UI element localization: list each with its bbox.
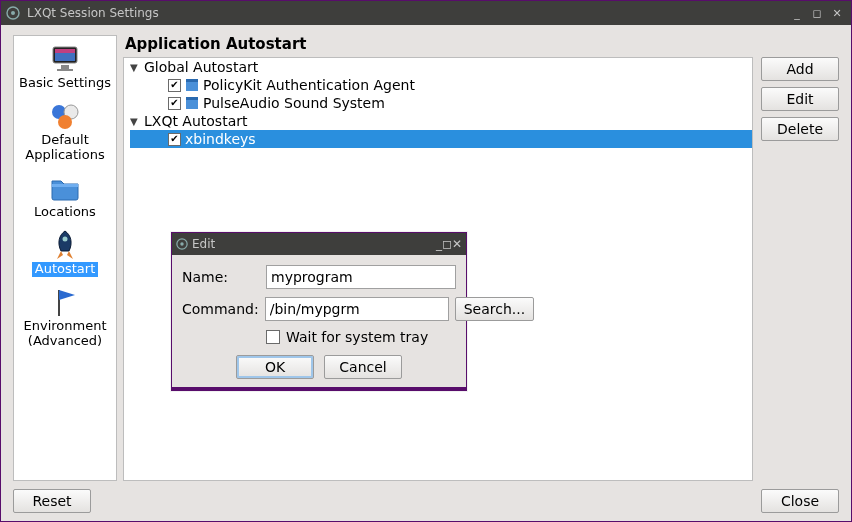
checkbox-icon[interactable]: ✔: [168, 97, 181, 110]
sidebar-item-label: Environment (Advanced): [16, 319, 114, 349]
page-title: Application Autostart: [123, 35, 839, 57]
folder-icon: [49, 172, 81, 204]
wait-checkbox[interactable]: [266, 330, 280, 344]
close-button[interactable]: Close: [761, 489, 839, 513]
tree-group-global: ▼ Global Autostart ✔ PolicyKit Authentic…: [124, 58, 752, 112]
app-icon: [5, 5, 21, 21]
monitor-icon: [49, 43, 81, 75]
ok-button[interactable]: OK: [236, 355, 314, 379]
sidebar-item-basic-settings[interactable]: Basic Settings: [14, 40, 116, 97]
svg-rect-6: [57, 69, 73, 71]
sidebar-item-environment[interactable]: Environment (Advanced): [14, 283, 116, 355]
apps-icon: [49, 100, 81, 132]
dialog-bottom-border: [172, 387, 466, 390]
dialog-titlebar: Edit _ ◻ ✕: [172, 233, 466, 255]
chevron-down-icon: ▼: [130, 116, 140, 127]
tree-item-policykit[interactable]: ✔ PolicyKit Authentication Agent: [130, 76, 752, 94]
sidebar-item-locations[interactable]: Locations: [14, 169, 116, 226]
svg-rect-16: [186, 97, 198, 100]
svg-rect-4: [55, 49, 75, 53]
tree-item-label: PulseAudio Sound System: [203, 95, 385, 111]
titlebar: LXQt Session Settings _ ◻ ✕: [1, 1, 851, 25]
dialog-close-button[interactable]: ✕: [452, 237, 462, 251]
name-label: Name:: [182, 269, 260, 285]
close-window-button[interactable]: ✕: [827, 3, 847, 23]
app-icon: [176, 238, 188, 250]
sidebar-item-default-applications[interactable]: Default Applications: [14, 97, 116, 169]
checkbox-icon[interactable]: ✔: [168, 133, 181, 146]
dialog-buttons: OK Cancel: [182, 355, 456, 379]
svg-rect-10: [52, 184, 78, 187]
reset-button[interactable]: Reset: [13, 489, 91, 513]
sidebar-item-label: Autostart: [32, 262, 98, 277]
tree-item-label: PolicyKit Authentication Agent: [203, 77, 415, 93]
tree-group-lxqt: ▼ LXQt Autostart ✔ xbindkeys: [124, 112, 752, 148]
svg-point-9: [58, 115, 72, 129]
tree-group-header[interactable]: ▼ Global Autostart: [130, 58, 752, 76]
sidebar-item-label: Basic Settings: [19, 76, 111, 91]
add-button[interactable]: Add: [761, 57, 839, 81]
svg-point-11: [63, 236, 68, 241]
maximize-button[interactable]: ◻: [807, 3, 827, 23]
command-label: Command:: [182, 301, 259, 317]
delete-button[interactable]: Delete: [761, 117, 839, 141]
edit-dialog: Edit _ ◻ ✕ Name: Command: Search... Wait…: [171, 232, 467, 391]
sidebar-item-label: Default Applications: [16, 133, 114, 163]
session-settings-window: LXQt Session Settings _ ◻ ✕ Basic Settin…: [0, 0, 852, 522]
minimize-button[interactable]: _: [787, 3, 807, 23]
dialog-command-row: Command: Search...: [182, 297, 456, 321]
svg-rect-14: [186, 79, 198, 82]
dialog-title: Edit: [188, 237, 436, 251]
search-button[interactable]: Search...: [455, 297, 534, 321]
cancel-button[interactable]: Cancel: [324, 355, 402, 379]
tree-item-pulseaudio[interactable]: ✔ PulseAudio Sound System: [130, 94, 752, 112]
command-input[interactable]: [265, 297, 449, 321]
tree-group-label: LXQt Autostart: [144, 113, 247, 129]
window-title: LXQt Session Settings: [27, 6, 787, 20]
content-area: Basic Settings Default Applications Loca…: [1, 25, 851, 521]
tree-item-label: xbindkeys: [185, 131, 256, 147]
wait-label: Wait for system tray: [286, 329, 428, 345]
rocket-icon: [49, 229, 81, 261]
footer: Reset Close: [13, 481, 839, 513]
chevron-down-icon: ▼: [130, 62, 140, 73]
checkbox-icon[interactable]: ✔: [168, 79, 181, 92]
flag-icon: [49, 286, 81, 318]
dialog-wait-row[interactable]: Wait for system tray: [266, 329, 456, 345]
settings-sidebar: Basic Settings Default Applications Loca…: [13, 35, 117, 481]
window-icon: [185, 78, 199, 92]
edit-button[interactable]: Edit: [761, 87, 839, 111]
sidebar-item-autostart[interactable]: Autostart: [14, 226, 116, 283]
tree-group-label: Global Autostart: [144, 59, 258, 75]
svg-point-1: [11, 11, 15, 15]
tree-group-header[interactable]: ▼ LXQt Autostart: [130, 112, 752, 130]
name-input[interactable]: [266, 265, 456, 289]
svg-rect-5: [61, 65, 69, 69]
window-icon: [185, 96, 199, 110]
dialog-name-row: Name:: [182, 265, 456, 289]
right-buttons: Add Edit Delete: [761, 57, 839, 481]
dialog-body: Name: Command: Search... Wait for system…: [172, 255, 466, 387]
dialog-maximize-button[interactable]: ◻: [442, 237, 452, 251]
svg-point-18: [180, 242, 183, 245]
sidebar-item-label: Locations: [34, 205, 96, 220]
tree-item-xbindkeys[interactable]: ✔ xbindkeys: [130, 130, 752, 148]
